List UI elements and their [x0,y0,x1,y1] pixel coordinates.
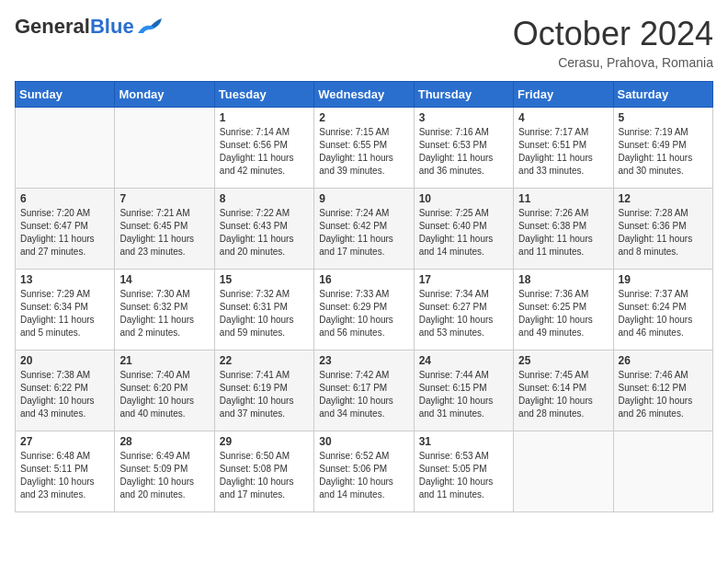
calendar-cell: 27Sunrise: 6:48 AM Sunset: 5:11 PM Dayli… [16,431,115,512]
calendar-cell: 11Sunrise: 7:26 AM Sunset: 6:38 PM Dayli… [514,189,613,270]
calendar-cell: 26Sunrise: 7:46 AM Sunset: 6:12 PM Dayli… [613,350,712,431]
day-info: Sunrise: 7:33 AM Sunset: 6:29 PM Dayligh… [319,288,408,339]
calendar-cell: 29Sunrise: 6:50 AM Sunset: 5:08 PM Dayli… [214,431,313,512]
day-number: 15 [220,273,309,286]
day-number: 6 [20,192,109,205]
calendar-table: SundayMondayTuesdayWednesdayThursdayFrid… [15,81,713,512]
calendar-cell: 30Sunrise: 6:52 AM Sunset: 5:06 PM Dayli… [314,431,414,512]
day-number: 11 [518,192,608,205]
calendar-cell: 6Sunrise: 7:20 AM Sunset: 6:47 PM Daylig… [16,189,115,270]
day-number: 22 [220,354,309,367]
calendar-cell: 15Sunrise: 7:32 AM Sunset: 6:31 PM Dayli… [214,270,313,350]
calendar-cell: 10Sunrise: 7:25 AM Sunset: 6:40 PM Dayli… [414,189,513,270]
day-info: Sunrise: 6:49 AM Sunset: 5:09 PM Dayligh… [119,450,209,501]
day-number: 3 [419,111,508,124]
title-block: October 2024 Cerasu, Prahova, Romania [513,15,713,70]
day-info: Sunrise: 7:45 AM Sunset: 6:14 PM Dayligh… [518,369,608,420]
day-info: Sunrise: 7:40 AM Sunset: 6:20 PM Dayligh… [119,369,209,420]
weekday-header: Monday [115,82,214,108]
day-info: Sunrise: 7:42 AM Sunset: 6:17 PM Dayligh… [319,369,408,420]
day-number: 23 [319,354,408,367]
calendar-cell: 20Sunrise: 7:38 AM Sunset: 6:22 PM Dayli… [16,350,115,431]
logo-general: GeneralBlue [15,15,134,39]
month-title: October 2024 [513,15,713,53]
day-info: Sunrise: 7:15 AM Sunset: 6:55 PM Dayligh… [319,126,408,178]
day-info: Sunrise: 7:34 AM Sunset: 6:27 PM Dayligh… [419,288,508,339]
day-number: 29 [220,435,309,448]
weekday-header-row: SundayMondayTuesdayWednesdayThursdayFrid… [16,82,713,108]
day-info: Sunrise: 7:26 AM Sunset: 6:38 PM Dayligh… [518,207,608,259]
day-number: 1 [220,111,309,124]
day-number: 25 [518,354,608,367]
day-number: 19 [619,273,708,286]
calendar-week-row: 6Sunrise: 7:20 AM Sunset: 6:47 PM Daylig… [16,189,713,270]
calendar-cell: 28Sunrise: 6:49 AM Sunset: 5:09 PM Dayli… [115,431,214,512]
weekday-header: Saturday [613,82,712,108]
calendar-cell [514,431,613,512]
day-number: 10 [419,192,508,205]
day-info: Sunrise: 7:19 AM Sunset: 6:49 PM Dayligh… [619,126,708,178]
day-info: Sunrise: 7:29 AM Sunset: 6:34 PM Dayligh… [20,288,109,339]
day-number: 12 [619,192,708,205]
day-number: 21 [119,354,209,367]
day-info: Sunrise: 7:46 AM Sunset: 6:12 PM Dayligh… [619,369,708,420]
day-info: Sunrise: 6:52 AM Sunset: 5:06 PM Dayligh… [319,450,408,501]
calendar-cell: 25Sunrise: 7:45 AM Sunset: 6:14 PM Dayli… [514,350,613,431]
calendar-cell: 2Sunrise: 7:15 AM Sunset: 6:55 PM Daylig… [314,108,414,189]
day-number: 27 [20,435,109,448]
day-number: 26 [619,354,708,367]
day-info: Sunrise: 7:30 AM Sunset: 6:32 PM Dayligh… [119,288,209,339]
day-number: 9 [319,192,408,205]
calendar-cell: 24Sunrise: 7:44 AM Sunset: 6:15 PM Dayli… [414,350,513,431]
day-number: 13 [20,273,109,286]
calendar-cell: 31Sunrise: 6:53 AM Sunset: 5:05 PM Dayli… [414,431,513,512]
day-number: 5 [619,111,708,124]
day-info: Sunrise: 7:24 AM Sunset: 6:42 PM Dayligh… [319,207,408,259]
calendar-cell: 8Sunrise: 7:22 AM Sunset: 6:43 PM Daylig… [214,189,313,270]
calendar-week-row: 1Sunrise: 7:14 AM Sunset: 6:56 PM Daylig… [16,108,713,189]
weekday-header: Tuesday [214,82,313,108]
day-info: Sunrise: 6:50 AM Sunset: 5:08 PM Dayligh… [220,450,309,501]
calendar-cell: 18Sunrise: 7:36 AM Sunset: 6:25 PM Dayli… [514,270,613,350]
calendar-cell: 22Sunrise: 7:41 AM Sunset: 6:19 PM Dayli… [214,350,313,431]
calendar-cell [115,108,214,189]
day-info: Sunrise: 7:16 AM Sunset: 6:53 PM Dayligh… [419,126,508,178]
calendar-cell: 12Sunrise: 7:28 AM Sunset: 6:36 PM Dayli… [613,189,712,270]
day-number: 14 [119,273,209,286]
day-info: Sunrise: 7:41 AM Sunset: 6:19 PM Dayligh… [220,369,309,420]
calendar-cell [16,108,115,189]
calendar-cell: 9Sunrise: 7:24 AM Sunset: 6:42 PM Daylig… [314,189,414,270]
day-number: 17 [419,273,508,286]
weekday-header: Thursday [414,82,513,108]
day-number: 30 [319,435,408,448]
page-header: GeneralBlue October 2024 Cerasu, Prahova… [15,15,713,70]
calendar-cell [613,431,712,512]
day-info: Sunrise: 6:53 AM Sunset: 5:05 PM Dayligh… [419,450,508,501]
logo: GeneralBlue [15,15,162,39]
weekday-header: Friday [514,82,613,108]
day-number: 31 [419,435,508,448]
day-number: 28 [119,435,209,448]
day-number: 7 [119,192,209,205]
day-info: Sunrise: 7:37 AM Sunset: 6:24 PM Dayligh… [619,288,708,339]
day-info: Sunrise: 6:48 AM Sunset: 5:11 PM Dayligh… [20,450,109,501]
day-number: 4 [518,111,608,124]
day-number: 18 [518,273,608,286]
weekday-header: Sunday [16,82,115,108]
calendar-cell: 19Sunrise: 7:37 AM Sunset: 6:24 PM Dayli… [613,270,712,350]
calendar-cell: 1Sunrise: 7:14 AM Sunset: 6:56 PM Daylig… [214,108,313,189]
calendar-week-row: 13Sunrise: 7:29 AM Sunset: 6:34 PM Dayli… [16,270,713,350]
day-info: Sunrise: 7:22 AM Sunset: 6:43 PM Dayligh… [220,207,309,259]
day-info: Sunrise: 7:28 AM Sunset: 6:36 PM Dayligh… [619,207,708,259]
day-info: Sunrise: 7:17 AM Sunset: 6:51 PM Dayligh… [518,126,608,178]
logo-bird-icon [136,17,162,37]
calendar-cell: 5Sunrise: 7:19 AM Sunset: 6:49 PM Daylig… [613,108,712,189]
calendar-cell: 13Sunrise: 7:29 AM Sunset: 6:34 PM Dayli… [16,270,115,350]
day-info: Sunrise: 7:14 AM Sunset: 6:56 PM Dayligh… [220,126,309,178]
day-info: Sunrise: 7:20 AM Sunset: 6:47 PM Dayligh… [20,207,109,259]
day-number: 20 [20,354,109,367]
weekday-header: Wednesday [314,82,414,108]
calendar-week-row: 27Sunrise: 6:48 AM Sunset: 5:11 PM Dayli… [16,431,713,512]
day-info: Sunrise: 7:36 AM Sunset: 6:25 PM Dayligh… [518,288,608,339]
day-number: 24 [419,354,508,367]
